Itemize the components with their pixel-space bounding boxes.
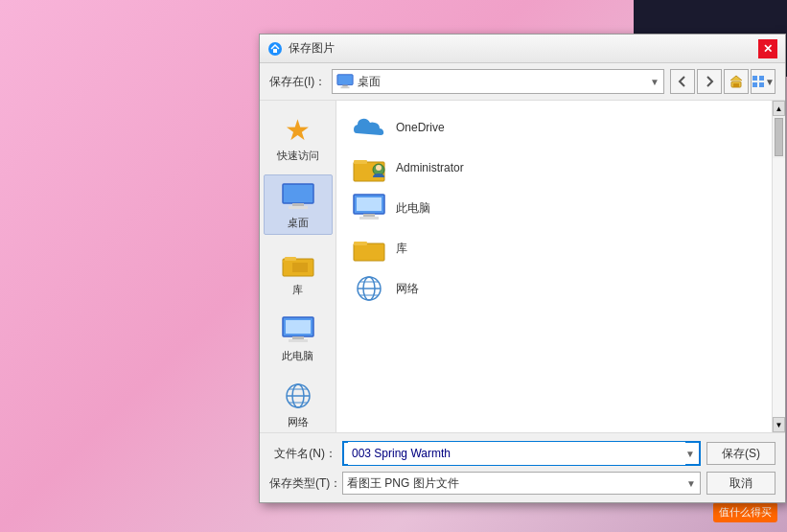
- back-button[interactable]: [670, 69, 695, 94]
- svg-rect-31: [357, 197, 382, 211]
- network-file-name: 网络: [396, 281, 419, 297]
- svg-point-29: [376, 165, 382, 171]
- library-icon: [281, 246, 315, 281]
- sidebar-computer-label: 此电脑: [282, 349, 313, 363]
- file-item-administrator[interactable]: Administrator: [344, 149, 764, 187]
- svg-rect-7: [752, 76, 757, 81]
- forward-button[interactable]: [697, 69, 722, 94]
- svg-rect-11: [283, 184, 313, 203]
- quick-access-icon: ★: [281, 112, 315, 147]
- toolbar-nav-buttons: ▼: [670, 69, 775, 94]
- up-button[interactable]: [724, 69, 749, 94]
- svg-rect-13: [289, 206, 308, 209]
- save-button[interactable]: 保存(S): [706, 442, 775, 465]
- sidebar-network-label: 网络: [288, 415, 309, 429]
- save-dialog: 保存图片 ✕ 保存在(I)： 桌面 ▼: [259, 34, 786, 503]
- svg-rect-34: [354, 243, 384, 261]
- svg-rect-8: [759, 76, 764, 81]
- savetype-value: 看图王 PNG 图片文件: [347, 475, 459, 492]
- sidebar-item-computer[interactable]: 此电脑: [264, 309, 333, 367]
- administrator-file-icon: [352, 150, 386, 185]
- save-in-label: 保存在(I)：: [269, 74, 326, 90]
- scroll-up-arrow[interactable]: ▲: [773, 101, 785, 116]
- svg-rect-9: [752, 82, 757, 87]
- titlebar-left: 保存图片: [267, 40, 335, 57]
- savetype-label: 保存类型(T)：: [269, 475, 336, 492]
- computer-icon: [281, 312, 315, 347]
- svg-rect-32: [363, 214, 375, 217]
- file-item-onedrive[interactable]: OneDrive: [344, 108, 764, 147]
- sidebar-library-label: 库: [292, 283, 303, 297]
- sidebar-item-quick-access[interactable]: ★ 快速访问: [264, 108, 333, 167]
- svg-rect-16: [292, 263, 308, 272]
- file-item-library[interactable]: 库: [344, 229, 764, 267]
- svg-rect-4: [341, 86, 350, 88]
- onedrive-file-icon: [352, 110, 386, 145]
- filename-row: 文件名(N)： ▼ 保存(S): [269, 441, 775, 466]
- svg-rect-35: [354, 242, 367, 245]
- svg-rect-33: [359, 217, 379, 220]
- location-combo[interactable]: 桌面 ▼: [332, 69, 664, 94]
- toolbar-row: 保存在(I)： 桌面 ▼: [260, 63, 785, 101]
- svg-rect-27: [354, 160, 367, 164]
- dialog-title: 保存图片: [289, 40, 335, 57]
- watermark-badge: 值什么得买: [713, 502, 777, 522]
- library-file-icon: [352, 231, 386, 266]
- administrator-file-name: Administrator: [396, 161, 464, 174]
- svg-rect-2: [337, 75, 353, 85]
- sidebar-desktop-label: 桌面: [288, 216, 309, 230]
- svg-rect-10: [759, 82, 764, 87]
- file-list[interactable]: OneDrive Administrator: [336, 101, 772, 432]
- savetype-combo[interactable]: 看图王 PNG 图片文件 ▼: [342, 472, 701, 495]
- filename-input[interactable]: [348, 442, 685, 465]
- sidebar: ★ 快速访问 桌面: [260, 101, 336, 432]
- svg-rect-20: [286, 320, 311, 334]
- scroll-track: [773, 158, 785, 417]
- file-item-network[interactable]: 网络: [344, 269, 764, 308]
- dialog-titlebar: 保存图片 ✕: [260, 35, 785, 63]
- desktop-small-icon: [336, 73, 354, 90]
- savetype-arrow-icon: ▼: [686, 478, 696, 489]
- close-button[interactable]: ✕: [758, 39, 777, 58]
- thispc-file-name: 此电脑: [396, 200, 430, 217]
- cancel-button[interactable]: 取消: [706, 472, 775, 495]
- scrollbar[interactable]: ▲ ▼: [772, 101, 785, 432]
- sidebar-quick-access-label: 快速访问: [277, 149, 319, 163]
- filename-label: 文件名(N)：: [269, 446, 336, 462]
- svg-rect-12: [292, 203, 304, 206]
- onedrive-file-name: OneDrive: [396, 121, 445, 134]
- sidebar-item-network[interactable]: 网络: [264, 375, 333, 432]
- combo-arrow-icon: ▼: [650, 77, 660, 87]
- desktop-icon: [281, 179, 315, 214]
- view-button[interactable]: ▼: [751, 69, 775, 94]
- svg-rect-3: [343, 85, 348, 87]
- svg-rect-6: [733, 83, 739, 87]
- svg-rect-1: [273, 49, 277, 53]
- file-item-thispc[interactable]: 此电脑: [344, 189, 764, 227]
- svg-rect-19: [289, 339, 308, 342]
- sidebar-item-desktop[interactable]: 桌面: [264, 174, 333, 235]
- library-file-name: 库: [396, 241, 407, 257]
- sidebar-item-library[interactable]: 库: [264, 243, 333, 301]
- savetype-row: 保存类型(T)： 看图王 PNG 图片文件 ▼ 取消: [269, 472, 775, 495]
- svg-rect-15: [285, 257, 296, 261]
- scroll-down-arrow[interactable]: ▼: [773, 417, 785, 432]
- network-file-icon: [352, 271, 386, 306]
- filename-combo-arrow[interactable]: ▼: [685, 449, 695, 459]
- network-icon: [281, 379, 315, 413]
- scroll-thumb[interactable]: [775, 118, 783, 156]
- location-value: 桌面: [358, 74, 646, 90]
- svg-rect-18: [292, 336, 304, 339]
- main-area: ★ 快速访问 桌面: [260, 101, 785, 432]
- thispc-file-icon: [352, 191, 386, 225]
- dialog-app-icon: [267, 41, 283, 57]
- bottom-area: 文件名(N)： ▼ 保存(S) 保存类型(T)： 看图王 PNG 图片文件 ▼ …: [260, 432, 785, 502]
